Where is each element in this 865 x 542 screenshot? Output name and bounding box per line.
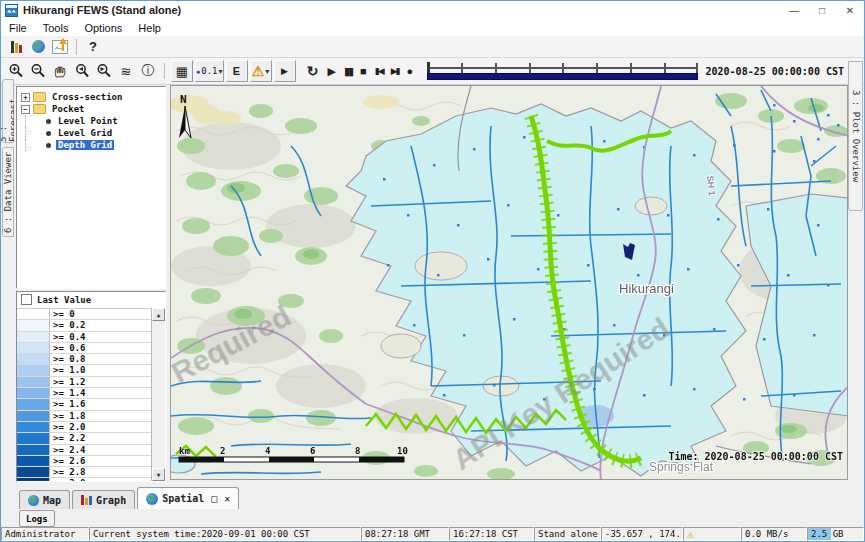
zoom-previous-button[interactable]: [72, 61, 92, 81]
folder-icon: [33, 104, 46, 114]
menu-file[interactable]: File: [1, 22, 35, 34]
minimize-button[interactable]: —: [780, 1, 808, 19]
maximize-button[interactable]: □: [808, 1, 836, 19]
interval-dropdown[interactable]: ●0.1▾: [195, 60, 224, 82]
tree-item-label: Depth Grid: [56, 140, 114, 150]
last-value-checkbox[interactable]: [21, 294, 32, 305]
legend-label: >= 2.0: [50, 422, 151, 432]
legend-row[interactable]: >= 0.2: [17, 320, 151, 331]
scroll-up-icon[interactable]: ▲: [152, 308, 165, 321]
legend-row[interactable]: >= 1.0: [17, 365, 151, 376]
stop-button[interactable]: ■: [360, 65, 367, 77]
legend-row[interactable]: >= 1.6: [17, 399, 151, 410]
thresholds-dropdown[interactable]: ⚠▾: [250, 60, 272, 82]
layers-button[interactable]: ≋: [116, 61, 136, 81]
timeline-tick: [529, 63, 531, 73]
legend-row[interactable]: >= 0: [17, 309, 151, 320]
menu-tools[interactable]: Tools: [35, 22, 77, 34]
legend-row[interactable]: >= 0.4: [17, 332, 151, 343]
pause-button[interactable]: ▮▮: [344, 65, 352, 78]
legend-label: >= 2.2: [50, 433, 151, 443]
legend-row[interactable]: >= 0.8: [17, 354, 151, 365]
tab-label: Map: [43, 495, 61, 506]
legend-swatch: [17, 309, 50, 319]
legend-header: Last Value: [17, 292, 165, 307]
zoom-out-button[interactable]: [28, 61, 48, 81]
legend-row[interactable]: >= 2.4: [17, 445, 151, 456]
warning-icon[interactable]: ⚠: [687, 528, 694, 541]
database-explorer-icon[interactable]: [6, 37, 26, 57]
step-back-button[interactable]: ▮◀: [375, 66, 383, 76]
tree-item-level-grid[interactable]: Level Grid: [17, 127, 165, 139]
tab-close-icon[interactable]: ✕: [224, 493, 230, 504]
scale-tick: 2: [220, 446, 225, 456]
sidebar-tab-forecast[interactable]: 5 : Forecast: [2, 79, 14, 143]
legend-label: >= 0: [50, 309, 151, 319]
sidebar-tab-plot-overview[interactable]: 3 : Plot Overview: [848, 61, 863, 211]
pan-button[interactable]: [50, 61, 70, 81]
spatial-display-icon[interactable]: [28, 37, 48, 57]
help-button[interactable]: ?: [83, 37, 103, 57]
status-system-time: Current system time:2020-09-01 00:00 CST: [89, 527, 361, 541]
tree-item-label: Pocket: [50, 104, 87, 114]
map-viewport[interactable]: API Key Required API Key Required Hikura…: [170, 85, 848, 480]
animation-button[interactable]: ▶: [274, 60, 296, 82]
status-memory: 2.5 GB: [807, 527, 864, 541]
legend-row[interactable]: >= 2.2: [17, 433, 151, 444]
legend-swatch: [17, 343, 50, 353]
tab-map[interactable]: Map: [19, 490, 70, 509]
info-button[interactable]: ⓘ: [138, 61, 158, 81]
status-user: Administrator: [1, 527, 89, 541]
legend-label: >= 0.4: [50, 332, 151, 342]
status-mode: Stand alone: [534, 527, 601, 541]
legend-scrollbar[interactable]: ▲ ▼: [151, 308, 165, 481]
legend-swatch: [17, 467, 50, 477]
timeline-tick: [495, 63, 497, 73]
app-window: Hikurangi FEWS (Stand alone) — □ ✕ File …: [0, 0, 865, 542]
tree-item-pocket[interactable]: − Pocket: [17, 103, 165, 115]
legend-row[interactable]: >= 1.4: [17, 388, 151, 399]
bar-chart-icon: [81, 495, 92, 505]
play-button[interactable]: ▶: [328, 65, 336, 78]
zoom-in-icon: [8, 63, 24, 79]
legend-row[interactable]: >= 1.2: [17, 377, 151, 388]
zoom-out-icon: [30, 63, 46, 79]
timeseries-display-icon[interactable]: [50, 37, 70, 57]
tree-item-label: Cross-section: [50, 92, 124, 102]
collapse-icon[interactable]: −: [21, 105, 30, 114]
scale-toggle-button[interactable]: E: [226, 60, 248, 82]
menu-help[interactable]: Help: [130, 22, 169, 34]
legend-row[interactable]: >= 1.8: [17, 411, 151, 422]
tree-indent: [25, 139, 44, 151]
legend-swatch: [17, 399, 50, 409]
legend-row[interactable]: >= 2.8: [17, 467, 151, 478]
menu-options[interactable]: Options: [76, 22, 130, 34]
scroll-down-icon[interactable]: ▼: [152, 468, 165, 481]
legend-row[interactable]: >= 3.0: [17, 478, 151, 481]
zoom-next-button[interactable]: [94, 61, 114, 81]
sidebar-tab-data-viewer[interactable]: 6 : Data Viewer: [2, 147, 14, 237]
tree-item-depth-grid[interactable]: Depth Grid: [17, 139, 165, 151]
legend-label: >= 1.0: [50, 365, 151, 375]
close-button[interactable]: ✕: [836, 1, 864, 19]
window-title: Hikurangi FEWS (Stand alone): [23, 4, 181, 16]
legend-row[interactable]: >= 2.6: [17, 456, 151, 467]
tab-spatial[interactable]: Spatial □ ✕: [137, 487, 239, 509]
timestep-button[interactable]: ↻: [303, 61, 323, 81]
grid-toggle-button[interactable]: ▦: [171, 60, 193, 82]
map-toolbar: ≋ ⓘ ▦ ●0.1▾ E ⚠▾ ▶ ↻ ▶ ▮▮ ■ ▮◀ ▶▮ ● 2020…: [1, 58, 864, 85]
legend-swatch: [17, 445, 50, 455]
step-forward-button[interactable]: ▶▮: [391, 66, 399, 76]
tab-graph[interactable]: Graph: [72, 490, 135, 509]
record-button[interactable]: ●: [407, 65, 414, 77]
tree-item-cross-section[interactable]: + Cross-section: [17, 91, 165, 103]
zoom-in-button[interactable]: [6, 61, 26, 81]
expand-icon[interactable]: +: [21, 93, 30, 102]
logs-button[interactable]: Logs: [19, 510, 55, 527]
timeline-tick: [664, 63, 666, 73]
legend-row[interactable]: >= 2.0: [17, 422, 151, 433]
tab-restore-icon[interactable]: □: [211, 493, 217, 504]
legend-row[interactable]: >= 0.6: [17, 343, 151, 354]
timeline-slider[interactable]: [427, 62, 697, 80]
tree-item-level-point[interactable]: Level Point: [17, 115, 165, 127]
